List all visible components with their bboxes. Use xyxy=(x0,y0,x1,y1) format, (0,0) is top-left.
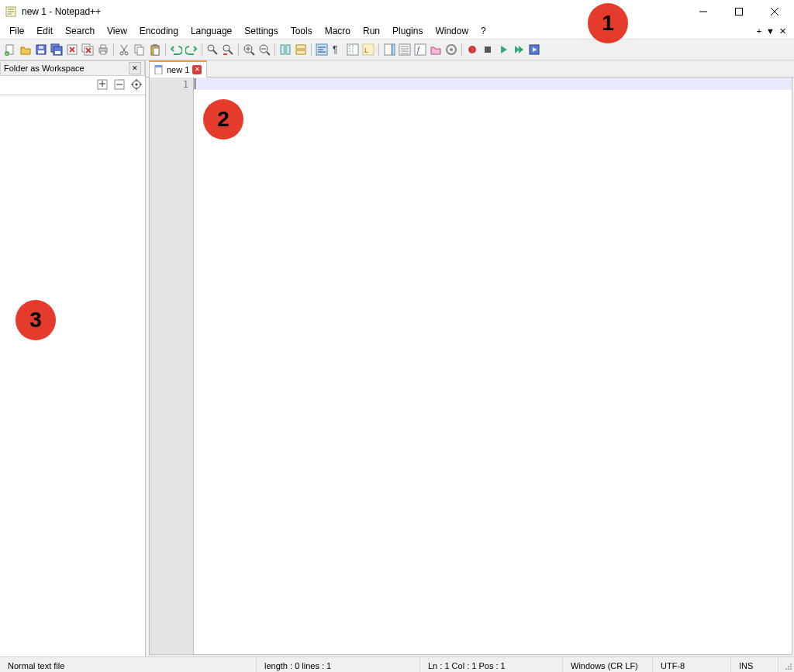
copy-icon[interactable] xyxy=(133,43,147,57)
folder-workspace-icon[interactable] xyxy=(429,43,443,57)
menu-encoding[interactable]: Encoding xyxy=(133,24,185,38)
maximize-button[interactable] xyxy=(721,0,757,23)
window-title: new 1 - Notepad++ xyxy=(22,6,685,17)
svg-text:¶: ¶ xyxy=(333,44,337,55)
indent-guide-icon[interactable] xyxy=(346,43,360,57)
paste-icon[interactable] xyxy=(148,43,162,57)
status-position: Ln : 1 Col : 1 Pos : 1 xyxy=(420,657,563,672)
menu-plugins[interactable]: Plugins xyxy=(386,24,429,38)
svg-text:L: L xyxy=(364,47,368,54)
locate-file-icon[interactable] xyxy=(131,79,142,92)
wordwrap-icon[interactable] xyxy=(315,43,329,57)
play-icon[interactable] xyxy=(496,43,510,57)
sidebar-close-icon[interactable]: ✕ xyxy=(129,62,141,74)
function-list-icon[interactable]: ƒ xyxy=(413,43,427,57)
file-icon xyxy=(154,65,164,74)
menu-tools[interactable]: Tools xyxy=(285,24,319,38)
tabbar: new 1 ✕ xyxy=(146,60,794,78)
toolbar: + ¶ L ƒ xyxy=(0,39,794,60)
tab-plus-button[interactable]: + xyxy=(757,26,761,36)
tab-active[interactable]: new 1 ✕ xyxy=(149,60,207,78)
cut-icon[interactable] xyxy=(117,43,131,57)
editor-textarea[interactable] xyxy=(194,78,792,654)
zoom-in-icon[interactable] xyxy=(242,43,256,57)
svg-rect-63 xyxy=(485,47,491,53)
save-icon[interactable] xyxy=(34,43,48,57)
line-number: 1 xyxy=(161,79,188,90)
window-controls xyxy=(685,0,792,23)
status-length: length : 0 lines : 1 xyxy=(257,657,420,672)
monitor-icon[interactable] xyxy=(444,43,458,57)
status-filetype: Normal text file xyxy=(0,657,257,672)
svg-point-61 xyxy=(450,48,453,51)
svg-rect-13 xyxy=(55,51,60,54)
svg-point-26 xyxy=(120,52,123,55)
svg-rect-32 xyxy=(154,48,159,55)
menu-edit[interactable]: Edit xyxy=(30,24,59,38)
menu-search[interactable]: Search xyxy=(59,24,101,38)
svg-rect-9 xyxy=(38,50,44,53)
svg-rect-29 xyxy=(137,47,143,55)
menu-window[interactable]: Window xyxy=(429,24,475,38)
svg-rect-22 xyxy=(101,45,105,48)
tab-list-button[interactable]: ▼ xyxy=(766,26,775,36)
fold-gutter[interactable] xyxy=(150,78,161,654)
status-mode[interactable]: INS xyxy=(731,657,778,672)
close-all-icon[interactable] xyxy=(81,43,95,57)
menu-file[interactable]: File xyxy=(3,24,30,38)
open-file-icon[interactable] xyxy=(19,43,33,57)
svg-rect-10 xyxy=(39,46,43,49)
menu-macro[interactable]: Macro xyxy=(319,24,357,38)
all-chars-icon[interactable]: ¶ xyxy=(330,43,344,57)
menu-run[interactable]: Run xyxy=(357,24,386,38)
redo-icon[interactable] xyxy=(185,43,198,57)
udl-icon[interactable]: L xyxy=(361,43,375,57)
app-icon xyxy=(5,5,17,18)
doc-map-icon[interactable] xyxy=(382,43,396,57)
replace-icon[interactable] xyxy=(221,43,235,57)
resize-grip-icon[interactable] xyxy=(778,660,794,672)
annotation-1: 1 xyxy=(588,3,628,43)
sync-h-icon[interactable] xyxy=(294,43,308,57)
menu-settings[interactable]: Settings xyxy=(238,24,284,38)
status-encoding[interactable]: UTF-8 xyxy=(653,657,731,672)
svg-point-33 xyxy=(208,45,214,51)
new-file-icon[interactable]: + xyxy=(3,43,17,57)
tab-close-button[interactable]: ✕ xyxy=(779,26,786,36)
play-multi-icon[interactable] xyxy=(512,43,526,57)
svg-text:ƒ: ƒ xyxy=(416,46,421,54)
sidebar: Folder as Workspace ✕ xyxy=(0,60,146,656)
menu-help[interactable]: ? xyxy=(475,24,492,38)
svg-rect-31 xyxy=(153,44,157,47)
svg-point-35 xyxy=(223,45,230,51)
expand-all-icon[interactable] xyxy=(97,79,108,92)
sidebar-tree[interactable] xyxy=(0,95,145,656)
print-icon[interactable] xyxy=(96,43,110,57)
sync-v-icon[interactable] xyxy=(278,43,292,57)
find-icon[interactable] xyxy=(205,43,219,57)
tab-label: new 1 xyxy=(167,65,189,74)
svg-line-40 xyxy=(251,52,254,55)
line-number-gutter: 1 xyxy=(161,78,194,654)
svg-point-79 xyxy=(788,666,789,667)
zoom-out-icon[interactable] xyxy=(257,43,271,57)
text-caret xyxy=(195,78,195,89)
close-button[interactable] xyxy=(757,0,792,23)
save-all-icon[interactable] xyxy=(50,43,64,57)
doc-list-icon[interactable] xyxy=(398,43,412,57)
stop-icon[interactable] xyxy=(481,43,495,57)
tab-close-icon[interactable]: ✕ xyxy=(192,65,202,74)
record-icon[interactable] xyxy=(465,43,479,57)
sidebar-header[interactable]: Folder as Workspace ✕ xyxy=(0,60,145,76)
svg-rect-23 xyxy=(101,51,105,54)
menu-language[interactable]: Language xyxy=(185,24,238,38)
close-file-icon[interactable] xyxy=(65,43,79,57)
minimize-button[interactable] xyxy=(685,0,721,23)
status-eol[interactable]: Windows (CR LF) xyxy=(563,657,653,672)
svg-point-77 xyxy=(790,666,792,667)
collapse-all-icon[interactable] xyxy=(114,79,125,92)
undo-icon[interactable] xyxy=(169,43,183,57)
menubar: File Edit Search View Encoding Language … xyxy=(0,23,794,39)
menu-view[interactable]: View xyxy=(101,24,133,38)
save-macro-icon[interactable] xyxy=(527,43,541,57)
